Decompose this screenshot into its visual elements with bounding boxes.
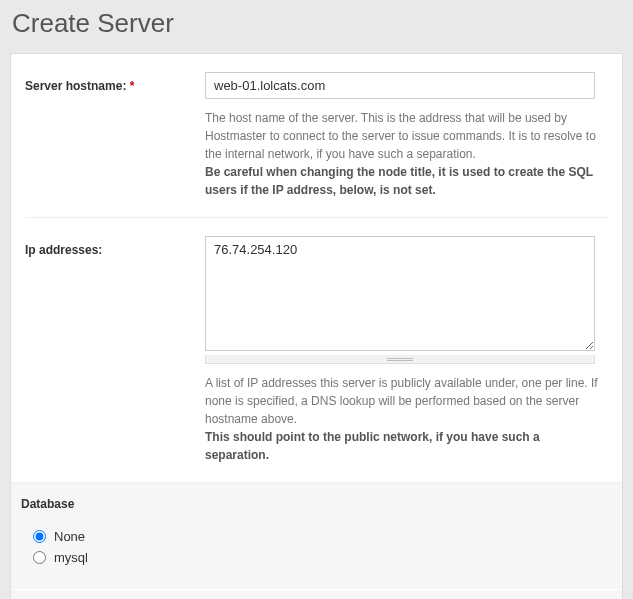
database-radio-mysql[interactable]: [33, 551, 46, 564]
hostname-row: Server hostname: * The host name of the …: [25, 72, 608, 218]
hostname-help-text: The host name of the server. This is the…: [205, 111, 596, 161]
ip-help-text: A list of IP addresses this server is pu…: [205, 376, 598, 426]
textarea-resize-handle[interactable]: [205, 355, 595, 364]
hostname-help: The host name of the server. This is the…: [205, 109, 605, 199]
database-option-mysql-label: mysql: [54, 550, 88, 565]
database-option-none[interactable]: None: [33, 529, 612, 544]
database-fieldset: Database None mysql: [11, 482, 622, 589]
ip-addresses-input[interactable]: 76.74.254.120: [205, 236, 595, 351]
hostname-input[interactable]: [205, 72, 595, 99]
required-mark: *: [130, 79, 135, 93]
ip-row: Ip addresses: 76.74.254.120 A list of IP…: [25, 236, 608, 482]
database-radio-none[interactable]: [33, 530, 46, 543]
database-option-mysql[interactable]: mysql: [33, 550, 612, 565]
ip-help-bold: This should point to the public network,…: [205, 430, 540, 462]
database-legend: Database: [21, 497, 612, 511]
hostname-help-bold: Be careful when changing the node title,…: [205, 165, 593, 197]
ip-label: Ip addresses:: [25, 243, 102, 257]
page-title: Create Server: [0, 0, 633, 53]
hostname-label-text: Server hostname:: [25, 79, 126, 93]
create-server-form: Server hostname: * The host name of the …: [10, 53, 623, 599]
hostname-label: Server hostname: *: [25, 79, 134, 93]
web-fieldset: Web None apache: [11, 589, 622, 599]
database-option-none-label: None: [54, 529, 85, 544]
ip-help: A list of IP addresses this server is pu…: [205, 374, 605, 464]
